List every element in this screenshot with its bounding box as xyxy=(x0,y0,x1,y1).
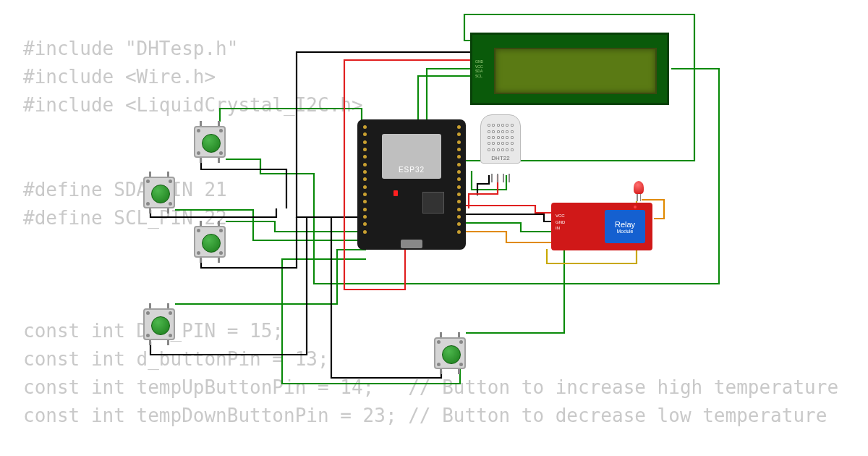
led-legs xyxy=(634,194,644,201)
dht22-grille xyxy=(487,122,514,153)
esp32-label: ESP32 xyxy=(382,166,441,174)
relay-pin-labels: VCC GND IN xyxy=(556,213,565,232)
relay-module: VCC GND IN Relay Module xyxy=(551,203,652,250)
dht22-sensor: DHT22 xyxy=(480,114,521,174)
esp32-shield: ESP32 xyxy=(382,134,441,179)
push-button-4[interactable] xyxy=(143,308,175,340)
lcd-module: GND VCC SDA SCL xyxy=(470,33,669,105)
esp32-pins-left xyxy=(360,125,369,234)
led-bulb xyxy=(634,181,644,194)
relay-block: Relay Module xyxy=(605,210,645,243)
relay-power-led xyxy=(634,206,637,208)
push-button-1[interactable] xyxy=(194,126,226,158)
dht22-legs xyxy=(489,174,512,182)
lcd-pin-labels: GND VCC SDA SCL xyxy=(475,59,483,78)
lcd-screen xyxy=(494,48,657,94)
esp32-board: ESP32 xyxy=(357,119,466,250)
esp32-pins-right xyxy=(454,125,463,234)
push-button-5[interactable] xyxy=(434,337,466,369)
esp32-status-led xyxy=(393,190,398,196)
push-button-2[interactable] xyxy=(143,177,175,208)
led-red xyxy=(634,181,644,201)
esp32-chip xyxy=(422,192,444,214)
push-button-3[interactable] xyxy=(194,226,226,258)
esp32-usb-port xyxy=(401,240,422,248)
dht22-label: DHT22 xyxy=(481,155,520,161)
